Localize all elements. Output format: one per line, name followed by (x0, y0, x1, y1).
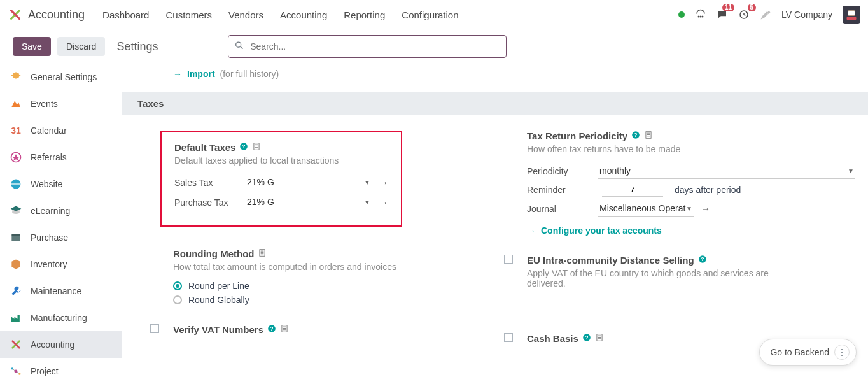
verify-vat-checkbox[interactable] (150, 324, 159, 333)
manufacturing-icon (9, 311, 23, 325)
purchase-icon (9, 231, 23, 245)
go-to-backend-button[interactable]: Go to Backend ⋮ (759, 339, 857, 366)
sidebar-item-general-settings[interactable]: General Settings (0, 64, 122, 90)
svg-line-22 (17, 372, 19, 374)
sidebar-item-purchase[interactable]: Purchase (0, 224, 122, 251)
journal-select[interactable]: Miscellaneous Operat ▼ (598, 201, 694, 217)
eu-title: EU Intra-community Distance Selling ? (527, 255, 794, 266)
eu-desc: Apply VAT of the EU country to which goo… (527, 268, 794, 288)
menu-configuration[interactable]: Configuration (402, 10, 458, 20)
import-row: → Import (for full history) (173, 69, 855, 79)
sidebar-item-label: General Settings (31, 72, 97, 82)
svg-rect-14 (11, 236, 20, 241)
help-icon[interactable]: ? (631, 131, 640, 141)
settings-content[interactable]: → Import (for full history) Taxes Defaul… (122, 64, 868, 377)
sidebar-item-label: Purchase (31, 232, 68, 243)
sidebar-item-elearning[interactable]: eLearning (0, 197, 122, 224)
round-globally-option[interactable]: Round Globally (173, 295, 501, 305)
round-per-line-label: Round per Line (188, 281, 249, 291)
company-icon[interactable] (595, 333, 604, 344)
rounding-title: Rounding Method (173, 248, 501, 259)
developer-tools-icon[interactable] (760, 9, 771, 20)
radio-icon (173, 295, 182, 304)
svg-marker-12 (12, 154, 20, 161)
reminder-row: Reminder days after period (527, 183, 855, 197)
help-icon[interactable]: ? (267, 324, 276, 335)
app-title[interactable]: Accounting (28, 8, 85, 22)
menu-accounting[interactable]: Accounting (280, 10, 327, 20)
menu-reporting[interactable]: Reporting (344, 10, 385, 20)
menu-customers[interactable]: Customers (165, 10, 212, 20)
save-button[interactable]: Save (13, 37, 51, 56)
search-input[interactable] (228, 35, 507, 58)
round-per-line-option[interactable]: Round per Line (173, 281, 501, 291)
calendar-icon: 31 (9, 124, 23, 138)
sidebar-item-calendar[interactable]: 31Calendar (0, 117, 122, 144)
sidebar-item-events[interactable]: Events (0, 90, 122, 117)
voip-icon[interactable] (695, 9, 706, 20)
search-icon (234, 41, 244, 53)
purchase-tax-select[interactable]: 21% G ▼ (246, 194, 372, 210)
configure-tax-link[interactable]: Configure your tax accounts (541, 225, 662, 236)
sales-tax-label: Sales Tax (174, 178, 238, 188)
control-bar: Save Discard Settings (0, 29, 868, 64)
reminder-input[interactable] (602, 183, 663, 197)
purchase-tax-label: Purchase Tax (174, 197, 238, 208)
company-switcher[interactable]: LV Company (781, 10, 832, 20)
sidebar-item-inventory[interactable]: Inventory (0, 251, 122, 278)
sales-tax-value: 21% G (247, 177, 274, 187)
svg-text:?: ? (634, 132, 638, 138)
sidebar-item-maintenance[interactable]: Maintenance (0, 278, 122, 304)
sidebar-item-accounting[interactable]: Accounting (0, 331, 122, 358)
activities-icon[interactable]: 5 (738, 9, 750, 20)
messages-icon[interactable]: 11 (717, 9, 728, 20)
periodicity-label: Periodicity (527, 166, 591, 176)
sales-tax-external-link-icon[interactable]: → (379, 178, 388, 188)
cash-basis-checkbox[interactable] (504, 333, 513, 342)
sidebar[interactable]: General Settings Events 31Calendar Refer… (0, 64, 122, 377)
sidebar-item-label: Project (31, 366, 59, 376)
company-icon[interactable] (258, 248, 267, 259)
sidebar-item-manufacturing[interactable]: Manufacturing (0, 304, 122, 331)
company-icon[interactable] (280, 324, 289, 335)
rounding-desc: How total tax amount is computed in orde… (173, 262, 501, 272)
sidebar-item-project[interactable]: Project (0, 358, 122, 377)
svg-rect-7 (848, 11, 855, 15)
messages-badge: 11 (722, 4, 734, 11)
journal-label: Journal (527, 204, 591, 214)
discard-button[interactable]: Discard (57, 37, 105, 56)
purchase-tax-value: 21% G (247, 197, 274, 207)
round-globally-label: Round Globally (188, 295, 249, 305)
reminder-unit: days after period (675, 185, 741, 195)
purchase-tax-row: Purchase Tax 21% G ▼ → (174, 194, 388, 210)
svg-text:?: ? (701, 257, 704, 262)
activities-badge: 5 (748, 4, 757, 11)
sales-tax-select[interactable]: 21% G ▼ (246, 174, 372, 190)
verify-vat-title-text: Verify VAT Numbers (173, 324, 263, 335)
periodicity-select[interactable]: monthly ▼ (598, 163, 855, 179)
sidebar-item-referrals[interactable]: Referrals (0, 144, 122, 171)
sidebar-item-label: Manufacturing (31, 313, 87, 323)
cash-title: Cash Basis ? (527, 333, 604, 344)
company-icon[interactable] (252, 142, 261, 153)
sidebar-item-label: Calendar (31, 125, 67, 136)
help-icon[interactable]: ? (239, 142, 248, 153)
sidebar-item-label: eLearning (31, 206, 70, 216)
journal-external-link-icon[interactable]: → (701, 204, 710, 214)
sidebar-item-website[interactable]: Website (0, 171, 122, 197)
menu-dashboard[interactable]: Dashboard (102, 10, 149, 20)
help-icon[interactable]: ? (698, 255, 707, 266)
journal-row: Journal Miscellaneous Operat ▼ → (527, 201, 855, 217)
kebab-menu-icon[interactable]: ⋮ (834, 345, 850, 360)
purchase-tax-external-link-icon[interactable]: → (379, 197, 388, 208)
help-icon[interactable]: ? (582, 333, 591, 344)
user-avatar[interactable] (843, 6, 860, 24)
import-link[interactable]: Import (187, 69, 215, 79)
eu-distance-checkbox[interactable] (504, 255, 513, 264)
website-icon (9, 177, 23, 191)
menu-vendors[interactable]: Vendors (228, 10, 263, 20)
sidebar-item-label: Maintenance (31, 286, 81, 296)
default-taxes-highlight: Default Taxes ? Default taxes applied to… (160, 131, 402, 227)
company-icon[interactable] (644, 131, 653, 141)
periodicity-title-text: Tax Return Periodicity (527, 131, 627, 141)
